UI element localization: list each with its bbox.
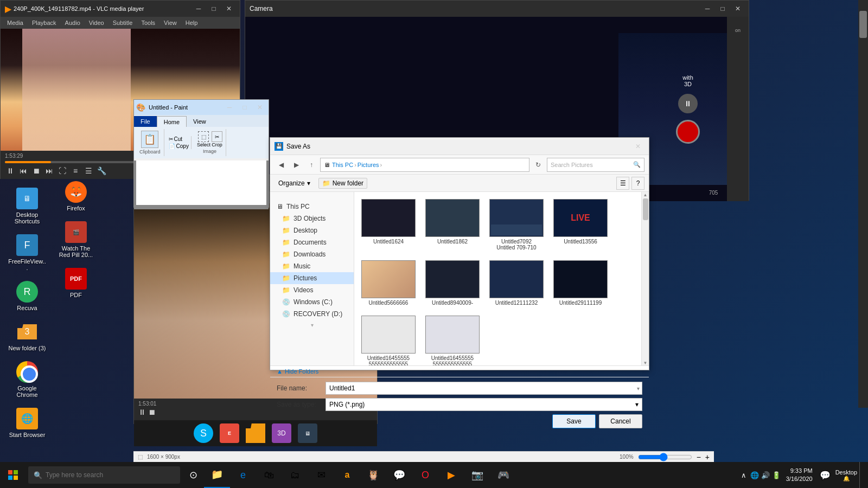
tray-expand-button[interactable]: ∧ bbox=[738, 470, 749, 480]
vlc-prev-button[interactable]: ⏮ bbox=[18, 165, 29, 176]
taskbar-app-amazon[interactable]: a bbox=[334, 462, 360, 488]
desktop-button[interactable]: Desktop 🔔 bbox=[833, 469, 859, 481]
vlc-menu-media[interactable]: Media bbox=[3, 17, 28, 29]
scroll-down-button[interactable]: ▼ bbox=[643, 360, 648, 365]
start-button[interactable] bbox=[0, 462, 26, 488]
saveas-sidebar-documents[interactable]: 📁 Documents bbox=[270, 236, 354, 248]
paint-select-button[interactable]: ⬚ Select bbox=[197, 131, 210, 147]
vlc2-play-button[interactable]: ⏸ bbox=[138, 408, 146, 416]
taskbar-app-opera[interactable]: O bbox=[412, 462, 438, 488]
paint-minimize-button[interactable]: ─ bbox=[223, 102, 236, 113]
show-desktop-button[interactable] bbox=[859, 462, 864, 488]
saveas-address-bar[interactable]: 🖥 This PC › Pictures › bbox=[320, 158, 529, 172]
paint-cut-button[interactable]: ✂ Cut bbox=[169, 136, 189, 142]
desktop-icon-firefox[interactable]: 🦊 Firefox bbox=[54, 179, 98, 214]
file-item-untitled29111199[interactable]: Untitled29111199 bbox=[551, 258, 610, 309]
saveas-close-button[interactable]: ✕ bbox=[631, 141, 644, 152]
paint-canvas-area[interactable] bbox=[134, 160, 269, 209]
statusbar-zoom-slider[interactable] bbox=[638, 453, 692, 461]
tray-battery-icon[interactable]: 🔋 bbox=[771, 470, 782, 480]
vlc-stop-button[interactable]: ⏹ bbox=[31, 165, 42, 176]
taskbar-clock[interactable]: 9:33 PM 3/16/2020 bbox=[782, 467, 817, 484]
saveas-sidebar-thispc[interactable]: 🖥 This PC bbox=[270, 201, 354, 213]
saveas-filetype-dropdown[interactable]: PNG (*.png) ▾ bbox=[326, 398, 642, 411]
saveas-sidebar-pictures[interactable]: 📁 Pictures bbox=[270, 272, 354, 284]
vlc-extended-button[interactable]: 🔧 bbox=[96, 165, 107, 176]
filename-dropdown-icon[interactable]: ▾ bbox=[637, 386, 640, 391]
right-edge-scrollbar-thumb[interactable] bbox=[859, 11, 867, 38]
tray-volume-icon[interactable]: 🔊 bbox=[760, 470, 771, 480]
desktop-icon-shortcuts[interactable]: 🖥 Desktop Shortcuts bbox=[5, 185, 49, 227]
file-item-untitled16455555b[interactable]: Untitled16455555555555555555555555555555… bbox=[423, 313, 482, 365]
saveas-up-button[interactable]: ↑ bbox=[305, 158, 318, 171]
desktop-icon-new-folder[interactable]: 3 New folder (3) bbox=[5, 319, 49, 354]
saveas-refresh-button[interactable]: ↻ bbox=[532, 158, 545, 171]
file-item-untitled12111232[interactable]: Untitled12111232 bbox=[487, 258, 546, 309]
desktop-icon-pdf[interactable]: PDF PDF bbox=[54, 266, 98, 300]
camera-pause-button[interactable]: ⏸ bbox=[678, 94, 698, 113]
desktop-icon-freefileview[interactable]: F FreeFileView... bbox=[5, 232, 49, 273]
statusbar-zoom-in-button[interactable]: + bbox=[705, 453, 710, 461]
desktop-icon-watch[interactable]: 🎬 Watch The Red Pill 20... bbox=[54, 219, 98, 260]
vlc-menu-view[interactable]: View bbox=[159, 17, 181, 29]
scroll-up-button[interactable]: ▲ bbox=[643, 192, 648, 197]
desktop-icon-chrome[interactable]: Google Chrome bbox=[5, 359, 49, 400]
saveas-files-scrollbar[interactable]: ▲ ▼ bbox=[641, 192, 649, 365]
paint-copy-button[interactable]: 📄 Copy bbox=[169, 143, 189, 149]
desktop-icon-start-browser[interactable]: 🌐 Start Browser bbox=[5, 406, 49, 440]
saveas-sidebar-recovery[interactable]: 💿 RECOVERY (D:) bbox=[270, 308, 354, 320]
breadcrumb-pictures[interactable]: Pictures bbox=[358, 162, 379, 168]
file-item-untitled13556[interactable]: LIVE Untitled13556 bbox=[551, 196, 610, 253]
file-item-untitled16455555a[interactable]: Untitled16455555555555555555555555555555… bbox=[359, 313, 418, 365]
saveas-search-box[interactable]: Search Pictures 🔍 bbox=[547, 158, 644, 172]
camera-close-button[interactable]: ✕ bbox=[731, 3, 744, 14]
taskbar-app-files[interactable]: 🗂 bbox=[282, 462, 308, 488]
taskbar-app-gaming[interactable]: 🎮 bbox=[490, 462, 516, 488]
taskbar-app-camera-tray[interactable]: 📷 bbox=[464, 462, 490, 488]
file-item-untitled1624[interactable]: Untitled1624 bbox=[359, 196, 418, 253]
paint-canvas[interactable] bbox=[136, 160, 266, 205]
saveas-forward-button[interactable]: ▶ bbox=[290, 158, 303, 171]
saveas-sidebar-desktop[interactable]: 📁 Desktop bbox=[270, 224, 354, 236]
vlc-close-button[interactable]: ✕ bbox=[222, 3, 235, 14]
saveas-view-button[interactable]: ☰ bbox=[616, 177, 629, 190]
vlc2-stop-button[interactable]: ⏹ bbox=[148, 408, 156, 416]
camera-minimize-button[interactable]: ─ bbox=[701, 3, 714, 14]
saveas-help-button[interactable]: ? bbox=[631, 177, 644, 190]
breadcrumb-thispc[interactable]: This PC bbox=[332, 162, 353, 168]
file-item-untitled5666666[interactable]: Untitled5666666 bbox=[359, 258, 418, 309]
saveas-organize-button[interactable]: Organize ▾ bbox=[275, 178, 314, 189]
paint-paste-button[interactable]: 📋 bbox=[141, 131, 158, 148]
camera-maximize-button[interactable]: □ bbox=[716, 3, 729, 14]
saveas-cancel-button[interactable]: Cancel bbox=[599, 414, 642, 428]
taskbar-cortana-button[interactable]: ⊙ bbox=[184, 466, 202, 484]
file-item-untitled1862[interactable]: Untitled1862 bbox=[423, 196, 482, 253]
taskbar-app-mail[interactable]: ✉ bbox=[308, 462, 334, 488]
vlc2-easeus-icon[interactable]: E bbox=[220, 423, 239, 443]
action-center-button[interactable]: 💬 bbox=[817, 467, 833, 483]
taskbar-app-explorer[interactable]: 📁 bbox=[204, 462, 230, 488]
taskbar-search-box[interactable]: 🔍 bbox=[28, 466, 180, 484]
taskbar-app-store[interactable]: 🛍 bbox=[256, 462, 282, 488]
vlc2-folder-icon[interactable] bbox=[246, 423, 265, 443]
saveas-hide-folders-button[interactable]: ▲ Hide Folders bbox=[270, 365, 649, 377]
paint-tab-view[interactable]: View bbox=[187, 116, 213, 127]
taskbar-app-discord[interactable]: 💬 bbox=[386, 462, 412, 488]
desktop-icon-recuva[interactable]: R Recuva bbox=[5, 279, 49, 313]
vlc-menu-audio[interactable]: Audio bbox=[61, 17, 85, 29]
taskbar-search-input[interactable] bbox=[46, 471, 165, 479]
saveas-sidebar-music[interactable]: 📁 Music bbox=[270, 260, 354, 272]
saveas-sidebar-windows[interactable]: 💿 Windows (C:) bbox=[270, 296, 354, 308]
file-item-untitled7092[interactable]: Untitled7092Untitled 709-710 bbox=[487, 196, 546, 253]
vlc-fullscreen-button[interactable]: ⛶ bbox=[57, 165, 68, 176]
statusbar-zoom-out-button[interactable]: − bbox=[697, 453, 701, 461]
vlc-menu-help[interactable]: Help bbox=[181, 17, 202, 29]
saveas-sidebar-downloads[interactable]: 📁 Downloads bbox=[270, 248, 354, 260]
saveas-back-button[interactable]: ◀ bbox=[275, 158, 288, 171]
vlc-play-pause-button[interactable]: ⏸ bbox=[5, 165, 16, 176]
vlc-menu-video[interactable]: Video bbox=[85, 17, 108, 29]
vlc-maximize-button[interactable]: □ bbox=[207, 3, 220, 14]
paint-maximize-button[interactable]: □ bbox=[238, 102, 251, 113]
vlc-menu-playback[interactable]: Playback bbox=[28, 17, 61, 29]
paint-tab-home[interactable]: Home bbox=[157, 116, 187, 127]
